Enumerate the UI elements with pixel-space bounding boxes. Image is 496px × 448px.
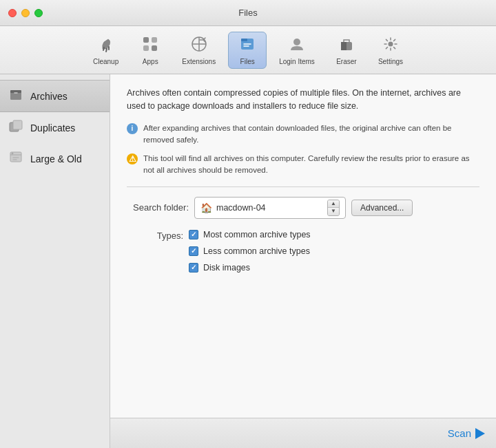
description-text: Archives often contain compressed copies… [127,87,479,113]
warning-note-box: ⚠ This tool will find all archives on th… [127,153,479,177]
search-folder-row: Search folder: 🏠 macdown-04 ▲ ▼ Advanced… [127,197,479,219]
toolbar-item-cleanup[interactable]: Cleanup [86,32,125,68]
check-label-less-common: Less common archive types [203,246,310,256]
sidebar-item-duplicates[interactable]: Duplicates [0,112,110,143]
scan-button[interactable]: Scan [448,427,485,439]
sidebar-item-archives[interactable]: Archives [0,80,110,112]
toolbar: Cleanup Apps Extensions [0,26,496,74]
large-old-label: Large & Old [30,153,82,164]
search-folder-field[interactable]: 🏠 macdown-04 ▲ ▼ [194,197,346,219]
toolbar-label-extensions: Extensions [182,58,216,65]
toolbar-label-login-items: Login Items [279,58,315,65]
check-row-most-common: Most common archive types [189,230,311,239]
extensions-icon [190,35,208,56]
login-items-icon [288,35,306,56]
svg-point-15 [12,153,14,155]
svg-rect-0 [143,37,149,43]
close-button[interactable] [8,9,17,17]
settings-icon [382,35,400,56]
check-label-most-common: Most common archive types [203,230,311,239]
search-folder-label: Search folder: [127,202,189,213]
checkbox-most-common[interactable] [189,230,198,239]
svg-point-7 [293,39,300,45]
stepper-down[interactable]: ▼ [328,208,339,215]
scan-label: Scan [448,427,471,439]
sidebar: Archives Duplicates Large & [0,74,110,448]
toolbar-label-cleanup: Cleanup [93,58,118,65]
toolbar-label-settings: Settings [378,58,403,65]
minimize-button[interactable] [21,9,30,17]
advanced-button[interactable]: Advanced... [351,200,413,216]
toolbar-item-settings[interactable]: Settings [371,32,410,68]
toolbar-item-files[interactable]: Files [228,32,267,69]
large-old-sidebar-icon [8,150,23,167]
archives-sidebar-icon [8,87,23,105]
duplicates-label: Duplicates [30,122,75,134]
info-note-box: i After expanding archives that contain … [127,122,479,147]
types-checkboxes: Most common archive types Less common ar… [189,230,311,273]
check-row-disk-images: Disk images [189,263,311,273]
svg-point-9 [388,41,393,46]
divider [127,186,479,187]
folder-home-icon: 🏠 [200,202,212,213]
toolbar-item-login-items[interactable]: Login Items [272,32,322,68]
svg-rect-1 [152,37,157,43]
warning-note-text: This tool will find all archives on this… [143,153,479,177]
check-row-less-common: Less common archive types [189,246,311,256]
checkbox-less-common[interactable] [189,246,198,256]
svg-rect-13 [13,120,22,129]
cleanup-icon [97,35,115,56]
svg-rect-2 [143,45,149,51]
window-title: Files [238,8,257,18]
svg-rect-6 [241,39,247,41]
bottom-bar: Scan [110,418,496,448]
toolbar-label-apps: Apps [143,58,158,65]
svg-rect-3 [152,45,157,51]
types-label: Types: [127,230,189,273]
toolbar-label-eraser: Eraser [336,58,356,65]
apps-icon [141,35,159,56]
content-area: Archives often contain compressed copies… [110,74,496,448]
toolbar-label-files: Files [240,58,255,65]
archives-label: Archives [30,91,68,102]
traffic-lights[interactable] [8,9,43,17]
title-bar: Files [0,0,496,26]
folder-stepper[interactable]: ▲ ▼ [327,200,340,216]
toolbar-item-eraser[interactable]: Eraser [327,32,366,68]
info-note-text: After expanding archives that contain do… [143,122,479,147]
toolbar-item-extensions[interactable]: Extensions [175,32,223,68]
eraser-icon [338,35,355,56]
info-icon: i [127,123,138,134]
main-layout: Archives Duplicates Large & [0,74,496,448]
toolbar-item-apps[interactable]: Apps [131,32,169,68]
stepper-up[interactable]: ▲ [328,200,339,208]
sidebar-item-large-old[interactable]: Large & Old [0,143,110,174]
files-icon [238,35,256,56]
folder-name-text: macdown-04 [216,203,324,213]
duplicates-sidebar-icon [8,119,23,136]
scan-arrow-icon [475,428,485,439]
checkbox-disk-images[interactable] [189,263,198,273]
check-label-disk-images: Disk images [203,263,250,273]
maximize-button[interactable] [34,9,43,17]
warning-icon: ⚠ [127,153,138,164]
types-section: Types: Most common archive types Less co… [127,230,479,273]
